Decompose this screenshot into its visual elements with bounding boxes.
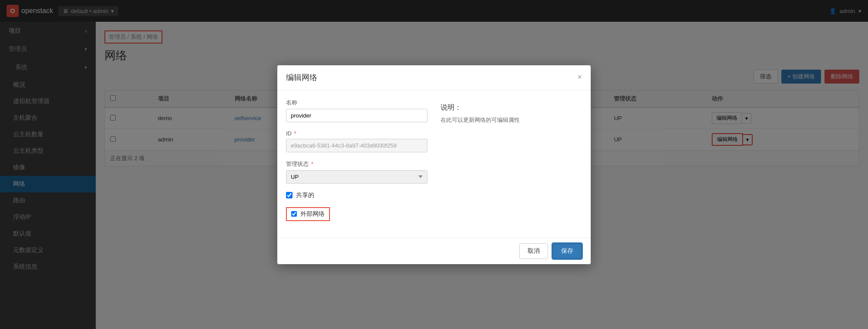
form-group-shared: 共享的 (286, 191, 427, 199)
id-input[interactable] (286, 139, 427, 152)
cancel-button[interactable]: 取消 (519, 243, 548, 259)
modal-title: 编辑网络 (286, 72, 317, 83)
form-group-admin-state: 管理状态 * UP DOWN (286, 160, 427, 184)
modal-right-panel: 说明： 在此可以更新网络的可编辑属性 (441, 99, 582, 229)
edit-network-modal: 编辑网络 × 名称 ID * (277, 65, 591, 264)
admin-state-label: 管理状态 * (286, 160, 427, 168)
form-group-name: 名称 (286, 99, 427, 122)
external-checkbox-outer: 外部网络 (286, 207, 330, 221)
name-label: 名称 (286, 99, 427, 107)
shared-checkbox[interactable] (286, 192, 293, 198)
modal-left-panel: 名称 ID * 管理状态 * (286, 99, 427, 229)
modal-close-button[interactable]: × (577, 73, 582, 82)
description-title: 说明： (441, 103, 582, 112)
shared-checkbox-group: 共享的 (286, 191, 427, 199)
description-text: 在此可以更新网络的可编辑属性 (441, 116, 582, 125)
form-group-external: 外部网络 (286, 207, 427, 221)
modal-header: 编辑网络 × (277, 65, 591, 90)
form-group-id: ID * (286, 130, 427, 152)
save-button[interactable]: 保存 (552, 243, 582, 259)
admin-state-required-mark: * (311, 161, 313, 167)
external-label[interactable]: 外部网络 (300, 210, 325, 218)
id-required-mark: * (294, 130, 296, 137)
modal-body: 名称 ID * 管理状态 * (277, 90, 591, 238)
modal-footer: 取消 保存 (277, 238, 591, 264)
external-checkbox[interactable] (291, 211, 297, 217)
admin-state-select[interactable]: UP DOWN (286, 170, 427, 184)
shared-label[interactable]: 共享的 (296, 191, 314, 199)
modal-overlay: 编辑网络 × 名称 ID * (0, 0, 868, 329)
id-label: ID * (286, 130, 427, 137)
name-input[interactable] (286, 109, 427, 122)
